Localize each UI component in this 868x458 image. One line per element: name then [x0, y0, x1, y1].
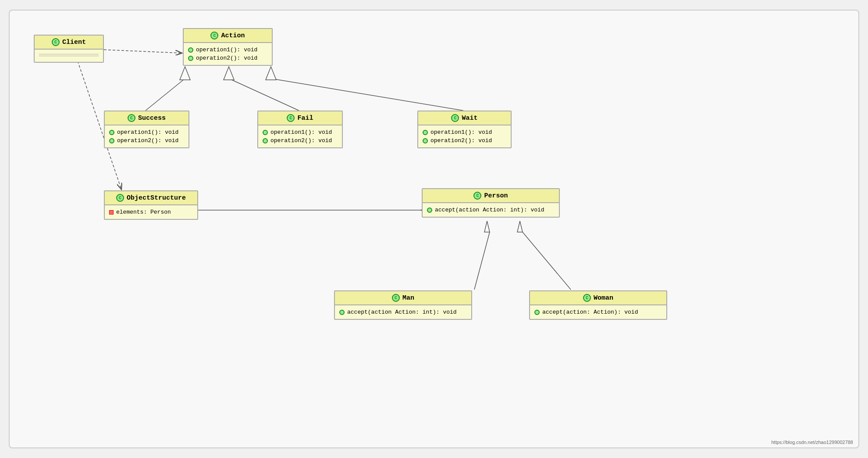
objectstructure-icon: C — [116, 194, 124, 202]
class-success-header: C Success — [105, 111, 189, 125]
dot-icon — [188, 56, 193, 61]
svg-marker-14 — [517, 221, 523, 232]
class-objectstructure: C ObjectStructure elements: Person — [104, 190, 198, 220]
woman-icon: C — [583, 294, 591, 302]
success-icon: C — [128, 114, 135, 122]
woman-body: accept(action: Action): void — [530, 305, 666, 319]
svg-marker-7 — [266, 67, 276, 80]
fail-name: Fail — [297, 114, 313, 122]
dot-icon — [427, 208, 432, 213]
class-woman-header: C Woman — [530, 291, 666, 305]
class-client-header: C Client — [35, 36, 103, 50]
person-name: Person — [484, 192, 508, 200]
dot-icon — [188, 47, 193, 53]
dot-icon — [423, 130, 428, 135]
objectstructure-body: elements: Person — [105, 205, 197, 219]
class-man-header: C Man — [335, 291, 471, 305]
wait-method-1: operation1(): void — [423, 128, 506, 136]
url-bar: https://blog.csdn.net/zhao1299002788 — [771, 440, 853, 445]
fail-icon: C — [287, 114, 295, 122]
class-woman: C Woman accept(action: Action): void — [529, 290, 667, 320]
dot-icon — [534, 310, 540, 315]
man-name: Man — [402, 294, 414, 302]
svg-line-11 — [474, 232, 490, 290]
dot-icon — [339, 310, 345, 315]
svg-line-13 — [523, 232, 571, 290]
wait-method-2: operation2(): void — [423, 136, 506, 145]
class-wait-header: C Wait — [418, 111, 511, 125]
man-icon: C — [392, 294, 400, 302]
diagram-container: C Client C Action operation1(): void ope… — [9, 10, 859, 448]
class-fail-header: C Fail — [258, 111, 342, 125]
woman-name: Woman — [594, 294, 613, 302]
class-client: C Client — [34, 35, 104, 63]
class-man: C Man accept(action Action: int): void — [334, 290, 472, 320]
action-body: operation1(): void operation2(): void — [184, 43, 272, 65]
svg-line-3 — [91, 49, 182, 53]
fail-method-2: operation2(): void — [263, 136, 338, 145]
dot-icon — [263, 138, 268, 143]
person-icon: C — [473, 192, 481, 200]
man-body: accept(action Action: int): void — [335, 305, 471, 319]
svg-marker-6 — [224, 67, 234, 80]
person-body: accept(action Action: int): void — [423, 203, 559, 217]
wait-icon: C — [451, 114, 459, 122]
diagram-svg — [10, 11, 858, 447]
svg-marker-5 — [180, 67, 190, 80]
action-method-1: operation1(): void — [188, 46, 267, 54]
class-wait: C Wait operation1(): void operation2(): … — [417, 111, 512, 148]
svg-marker-12 — [484, 221, 490, 232]
class-fail: C Fail operation1(): void operation2(): … — [257, 111, 343, 148]
class-objectstructure-header: C ObjectStructure — [105, 191, 197, 205]
class-action: C Action operation1(): void operation2()… — [183, 28, 273, 66]
action-icon: C — [210, 32, 218, 39]
dot-icon — [109, 130, 114, 135]
class-success: C Success operation1(): void operation2(… — [104, 111, 189, 148]
dot-red-icon — [109, 210, 114, 215]
success-method-2: operation2(): void — [109, 136, 184, 145]
dot-icon — [423, 138, 428, 143]
client-icon: C — [52, 38, 60, 46]
fail-method-1: operation1(): void — [263, 128, 338, 136]
man-method-1: accept(action Action: int): void — [339, 308, 467, 316]
fail-body: operation1(): void operation2(): void — [258, 125, 342, 147]
client-name: Client — [62, 39, 86, 46]
person-method-1: accept(action Action: int): void — [427, 206, 555, 214]
objectstructure-name: ObjectStructure — [127, 194, 186, 202]
objectstructure-field-1: elements: Person — [109, 208, 193, 216]
client-body — [35, 50, 103, 62]
class-action-header: C Action — [184, 29, 272, 43]
success-body: operation1(): void operation2(): void — [105, 125, 189, 147]
success-method-1: operation1(): void — [109, 128, 184, 136]
dot-icon — [109, 138, 114, 143]
class-person-header: C Person — [423, 189, 559, 203]
action-method-2: operation2(): void — [188, 54, 267, 62]
wait-body: operation1(): void operation2(): void — [418, 125, 511, 147]
action-name: Action — [221, 32, 245, 39]
success-name: Success — [138, 114, 166, 122]
dot-icon — [263, 130, 268, 135]
class-person: C Person accept(action Action: int): voi… — [422, 188, 560, 218]
wait-name: Wait — [462, 114, 477, 122]
woman-method-1: accept(action: Action): void — [534, 308, 662, 316]
